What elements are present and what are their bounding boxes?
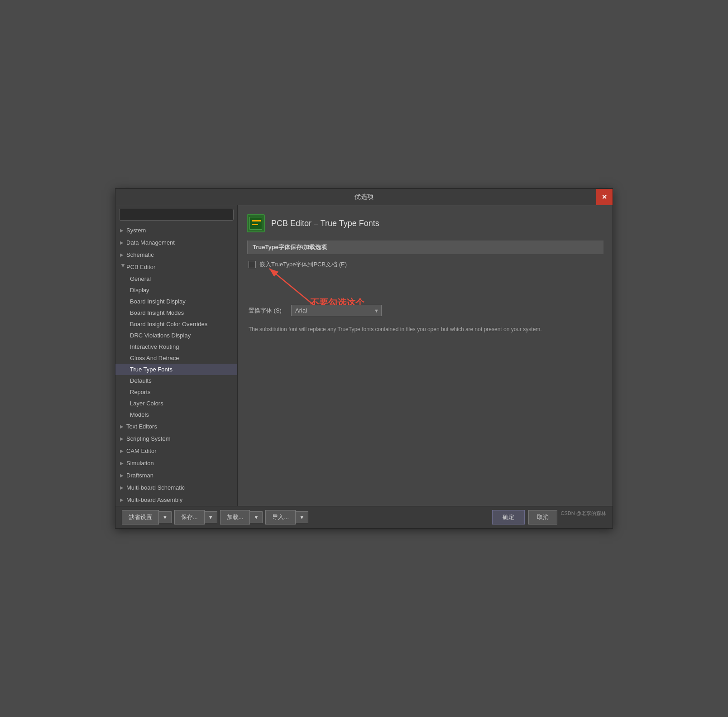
- sidebar-item-general[interactable]: General: [115, 273, 237, 284]
- sidebar-item-label: Models: [130, 411, 149, 418]
- arrow-icon: ▶: [120, 424, 126, 429]
- sidebar-item-cam-editor[interactable]: ▶ CAM Editor: [115, 445, 237, 457]
- sidebar: ▶ System ▶ Data Management ▶ Schematic ▶…: [115, 205, 238, 506]
- sidebar-item-label: True Type Fonts: [130, 366, 172, 373]
- pcb-icon-inner: [249, 217, 262, 230]
- sidebar-item-multi-board-assembly[interactable]: ▶ Multi-board Assembly: [115, 494, 237, 506]
- sidebar-item-label: Multi-board Assembly: [126, 496, 182, 503]
- content-header: PCB Editor – True Type Fonts: [247, 214, 603, 232]
- section-header: TrueType字体保存/加载选项: [247, 241, 603, 254]
- sidebar-item-label: Gloss And Retrace: [130, 355, 179, 361]
- arrow-icon: ▶: [120, 485, 126, 490]
- titlebar: 优选项 ✕: [115, 189, 613, 205]
- sidebar-item-defaults[interactable]: Defaults: [115, 375, 237, 386]
- confirm-button[interactable]: 确定: [492, 510, 525, 525]
- pcb-editor-icon: [247, 214, 265, 232]
- sidebar-item-label: Draftsman: [126, 472, 153, 479]
- sidebar-item-label: PCB Editor: [126, 264, 155, 270]
- description-text: The substitution font will replace any T…: [247, 322, 546, 336]
- load-button[interactable]: 加载...: [220, 510, 250, 525]
- sidebar-item-schematic[interactable]: ▶ Schematic: [115, 249, 237, 261]
- sidebar-item-label: DRC Violations Display: [130, 332, 191, 339]
- embed-checkbox-text: 嵌入TrueType字体到PCB文档 (E): [259, 260, 347, 269]
- arrow-icon: ▶: [120, 228, 126, 233]
- sidebar-item-board-insight-color-overrides[interactable]: Board Insight Color Overrides: [115, 318, 237, 330]
- arrow-icon: ▶: [120, 436, 126, 441]
- arrow-icon: ▶: [120, 497, 126, 502]
- close-button[interactable]: ✕: [596, 189, 613, 205]
- sidebar-item-label: Display: [130, 287, 149, 294]
- sidebar-item-layer-colors[interactable]: Layer Colors: [115, 398, 237, 409]
- content-title: PCB Editor – True Type Fonts: [271, 219, 379, 228]
- annotation-container: 嵌入TrueType字体到PCB文档 (E) 不要勾选这个: [247, 260, 603, 269]
- sidebar-item-label: Data Management: [126, 239, 175, 246]
- default-settings-group: 缺省设置 ▼: [122, 510, 172, 525]
- save-button[interactable]: 保存...: [174, 510, 205, 525]
- arrow-icon: ▶: [120, 252, 126, 257]
- sidebar-item-label: Multi-board Schematic: [126, 484, 185, 491]
- sidebar-item-reports[interactable]: Reports: [115, 386, 237, 398]
- arrow-icon: ▶: [121, 264, 126, 270]
- sidebar-item-label: Schematic: [126, 251, 154, 258]
- import-button[interactable]: 导入...: [265, 510, 296, 525]
- sidebar-item-scripting-system[interactable]: ▶ Scripting System: [115, 433, 237, 445]
- default-settings-dropdown[interactable]: ▼: [159, 511, 172, 523]
- sidebar-item-board-insight-display[interactable]: Board Insight Display: [115, 296, 237, 307]
- arrow-icon: ▶: [120, 473, 126, 478]
- arrow-icon: ▶: [120, 461, 126, 466]
- sidebar-item-data-management[interactable]: ▶ Data Management: [115, 236, 237, 249]
- footer-right: 确定 取消 CSDN @老李的森林: [492, 510, 606, 525]
- sidebar-item-label: Reports: [130, 389, 151, 395]
- watermark-text: CSDN @老李的森林: [561, 510, 606, 525]
- substitute-font-select[interactable]: Arial Times New Roman Courier New Verdan…: [291, 305, 382, 316]
- sidebar-item-label: Layer Colors: [130, 400, 163, 407]
- save-dropdown[interactable]: ▼: [205, 511, 217, 523]
- sidebar-item-label: Board Insight Modes: [130, 309, 184, 316]
- sidebar-item-models[interactable]: Models: [115, 409, 237, 420]
- sidebar-item-label: Text Editors: [126, 423, 157, 430]
- content-area: PCB Editor – True Type Fonts TrueType字体保…: [238, 205, 613, 506]
- import-group: 导入... ▼: [265, 510, 308, 525]
- substitute-select-wrapper: Arial Times New Roman Courier New Verdan…: [291, 305, 382, 316]
- main-window: 优选项 ✕ ▶ System ▶ Data Management ▶ Schem…: [115, 188, 613, 529]
- load-group: 加载... ▼: [220, 510, 263, 525]
- import-dropdown[interactable]: ▼: [296, 511, 308, 523]
- sidebar-item-gloss-and-retrace[interactable]: Gloss And Retrace: [115, 352, 237, 364]
- sidebar-item-interactive-routing[interactable]: Interactive Routing: [115, 341, 237, 352]
- sidebar-item-draftsman[interactable]: ▶ Draftsman: [115, 469, 237, 481]
- sidebar-item-text-editors[interactable]: ▶ Text Editors: [115, 420, 237, 433]
- substitute-font-row: 置换字体 (S) Arial Times New Roman Courier N…: [247, 305, 603, 316]
- embed-checkbox[interactable]: [249, 261, 256, 268]
- sidebar-item-label: System: [126, 227, 146, 234]
- sidebar-item-pcb-editor[interactable]: ▶ PCB Editor: [115, 261, 237, 273]
- load-dropdown[interactable]: ▼: [250, 511, 263, 523]
- save-group: 保存... ▼: [174, 510, 217, 525]
- sidebar-item-label: Board Insight Color Overrides: [130, 321, 207, 327]
- sidebar-item-drc-violations-display[interactable]: DRC Violations Display: [115, 330, 237, 341]
- window-title: 优选项: [354, 193, 374, 201]
- sidebar-item-display[interactable]: Display: [115, 284, 237, 296]
- sidebar-item-label: Interactive Routing: [130, 343, 179, 350]
- arrow-icon: ▶: [120, 448, 126, 453]
- sidebar-item-label: Scripting System: [126, 435, 171, 442]
- sidebar-item-label: Simulation: [126, 460, 154, 467]
- sidebar-item-multi-board-schematic[interactable]: ▶ Multi-board Schematic: [115, 481, 237, 494]
- main-body: ▶ System ▶ Data Management ▶ Schematic ▶…: [115, 205, 613, 506]
- substitute-label: 置换字体 (S): [249, 307, 285, 315]
- sidebar-item-system[interactable]: ▶ System: [115, 224, 237, 236]
- footer: 缺省设置 ▼ 保存... ▼ 加载... ▼ 导入... ▼ 确定 取消 CSD…: [115, 506, 613, 528]
- sidebar-item-label: Board Insight Display: [130, 298, 186, 305]
- sidebar-item-label: Defaults: [130, 377, 152, 384]
- default-settings-button[interactable]: 缺省设置: [122, 510, 159, 525]
- sidebar-item-label: General: [130, 275, 151, 282]
- cancel-button[interactable]: 取消: [528, 510, 557, 525]
- search-input[interactable]: [119, 209, 234, 221]
- embed-checkbox-label[interactable]: 嵌入TrueType字体到PCB文档 (E): [249, 260, 347, 269]
- embed-checkbox-row: 嵌入TrueType字体到PCB文档 (E): [247, 260, 603, 269]
- svg-line-1: [269, 269, 315, 306]
- arrow-icon: ▶: [120, 240, 126, 245]
- sidebar-item-board-insight-modes[interactable]: Board Insight Modes: [115, 307, 237, 318]
- sidebar-item-simulation[interactable]: ▶ Simulation: [115, 457, 237, 469]
- sidebar-item-label: CAM Editor: [126, 448, 156, 454]
- sidebar-item-true-type-fonts[interactable]: True Type Fonts: [115, 364, 237, 375]
